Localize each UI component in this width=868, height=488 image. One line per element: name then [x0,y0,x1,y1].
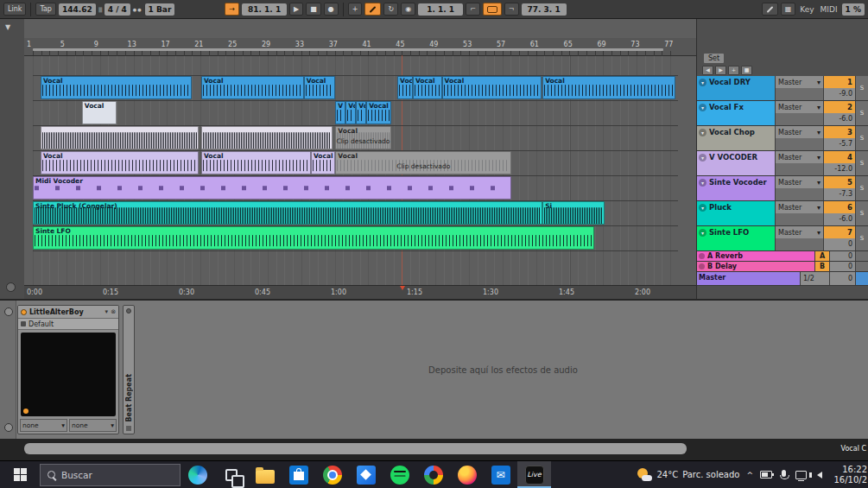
fold-track-icon[interactable]: ▾ [699,129,706,136]
solo-button[interactable]: S [855,101,868,125]
taskbar-icon-edge[interactable] [181,461,214,488]
return-volume-field[interactable]: 0 [829,251,855,261]
loop-button[interactable] [483,3,502,16]
track-volume-field[interactable]: -5.7 [824,138,855,150]
time-ruler[interactable]: 0:000:150:300:451:001:151:301:452:00 [24,285,696,299]
stop-button[interactable]: ■ [306,3,321,16]
tap-tempo-button[interactable]: Tap [35,3,56,16]
track-number-badge[interactable]: 5 [824,176,855,188]
loop-start-field[interactable]: 1. 1. 1 [418,3,463,16]
cue-out-chooser[interactable]: 1/2 [800,272,829,285]
draw-mode-button[interactable] [762,3,778,16]
output-routing-chooser[interactable]: Master▾ [775,151,823,175]
battery-icon[interactable] [760,471,772,478]
track-name-cell[interactable]: ▾V VOCODER [697,151,775,175]
arrow-left-icon[interactable]: ◀ [702,66,713,75]
device-on-led[interactable] [126,308,131,314]
loop-length-field[interactable]: 77. 3. 1 [522,3,567,16]
track-number-badge[interactable]: 1 [824,76,855,88]
fold-track-icon[interactable] [699,263,705,269]
network-icon[interactable] [795,471,807,479]
device-collapse-icon[interactable]: ▾ [105,308,109,315]
arrow-right-icon[interactable]: ▶ [715,66,726,75]
solo-button[interactable] [855,251,868,261]
arrangement-position-field[interactable]: 81. 1. 1 [242,3,287,16]
device-littlealterboy[interactable]: LittleAlterBoy ▾ ⊗ Default none▾ none▾ [17,305,119,434]
device-chain-toggle-icon[interactable] [4,423,13,432]
device-beat-repeat-collapsed[interactable]: Beat Repeat [123,305,135,434]
fold-track-icon[interactable]: ▾ [699,79,706,86]
solo-button[interactable] [855,262,868,271]
track-name-cell[interactable]: ▾Vocal Fx [697,101,775,125]
taskbar-icon-spotify[interactable] [383,461,416,488]
return-badge[interactable]: B [814,262,829,271]
clip-vocal[interactable]: Vocal [366,101,390,124]
record-button[interactable]: ● [324,3,339,16]
back-to-arrangement-icon[interactable]: ▼ [5,23,10,31]
solo-button[interactable]: S [855,176,868,200]
play-button[interactable]: ▶ [289,3,303,16]
taskbar-search-box[interactable]: Buscar [40,464,181,486]
solo-button[interactable]: S [855,151,868,175]
follow-button[interactable]: → [225,3,239,16]
microphone-icon[interactable] [782,470,786,477]
track-name-cell[interactable]: ▾Pluck [697,201,775,225]
midi-map-button[interactable]: MIDI [819,5,839,14]
return-name-cell[interactable]: A Reverb [697,251,814,261]
track-volume-field[interactable]: -12.0 [824,163,855,175]
tray-expand-icon[interactable]: ^ [746,471,753,479]
track-name-cell[interactable]: ▾Sinte LFO [697,226,775,250]
horizontal-scrollbar[interactable] [24,443,687,454]
clip-si[interactable]: Si [542,201,605,225]
device-display[interactable] [21,333,116,416]
return-badge[interactable]: A [814,251,829,261]
set-label[interactable]: Set [704,54,724,63]
fold-track-icon[interactable]: ▾ [699,154,706,162]
re-enable-automation-button[interactable]: ↻ [383,3,398,16]
weather-widget[interactable]: 24°C Parc. soleado [637,468,739,482]
taskbar-clock[interactable]: 16:22 16/10/2 [829,465,867,485]
output-routing-chooser[interactable]: Master▾ [775,201,823,225]
output-routing-chooser[interactable]: Master▾ [775,76,823,100]
clip-vocal[interactable]: Vocal [41,151,199,174]
output-routing-chooser[interactable]: Master▾ [775,101,823,125]
taskbar-icon-store[interactable] [282,461,315,488]
track-name-cell[interactable]: ▾Vocal Chop [697,126,775,150]
track-volume-field[interactable]: -6.0 [824,113,855,125]
nudge-icons[interactable]: |||| [98,6,102,12]
device-title-bar[interactable]: LittleAlterBoy ▾ ⊗ [18,306,118,319]
output-routing-chooser[interactable]: Master▾ [775,126,823,150]
clip-vocal[interactable]: Vocal [304,76,335,99]
metronome-icon[interactable]: ●● [133,7,143,12]
clip-v[interactable]: V [335,101,345,124]
track-number-badge[interactable]: 4 [824,151,855,163]
taskbar-icon-firefox[interactable] [450,461,484,488]
clip-vocal[interactable]: Vocal [397,76,413,99]
automation-arm-button[interactable] [364,3,381,16]
track-number-badge[interactable]: 6 [824,201,855,213]
track-volume-field[interactable]: 0 [824,238,855,250]
track-name-cell[interactable]: ▾Vocal DRY [697,76,775,100]
track-name-cell[interactable]: ▾Sinte Vocoder [697,176,775,200]
clip-midi-vocoder[interactable]: Midi Vocoder [33,176,511,200]
clip-sinte-lfo[interactable]: Sinte LFO [33,226,594,250]
clip-vocal-chop[interactable] [201,126,333,149]
capture-midi-button[interactable]: ◉ [401,3,415,16]
tempo-field[interactable]: 144.62 [59,3,96,16]
clip-vocal[interactable]: VocalClip desactivado [335,151,511,174]
taskbar-icon-chrome[interactable] [315,461,349,488]
track-number-badge[interactable]: 3 [824,126,855,138]
clip-vocal-chop[interactable] [41,126,199,149]
device-expand-icon[interactable] [126,426,131,431]
output-routing-chooser[interactable]: Master▾ [775,226,823,250]
clip-vocal[interactable]: Vocal [41,76,192,99]
taskbar-icon-task-view[interactable] [214,461,248,488]
clip-vocal[interactable]: Vocal [82,101,117,124]
quantization-field[interactable]: 1 Bar [145,3,175,16]
overdub-button[interactable]: + [348,3,363,16]
clip-vo[interactable]: Vo [356,101,366,124]
taskbar-icon-photos[interactable] [349,461,383,488]
key-map-button[interactable]: Key [798,5,815,14]
computer-midi-keyboard-button[interactable]: ▦ [781,3,796,16]
solo-button[interactable]: S [855,226,868,250]
